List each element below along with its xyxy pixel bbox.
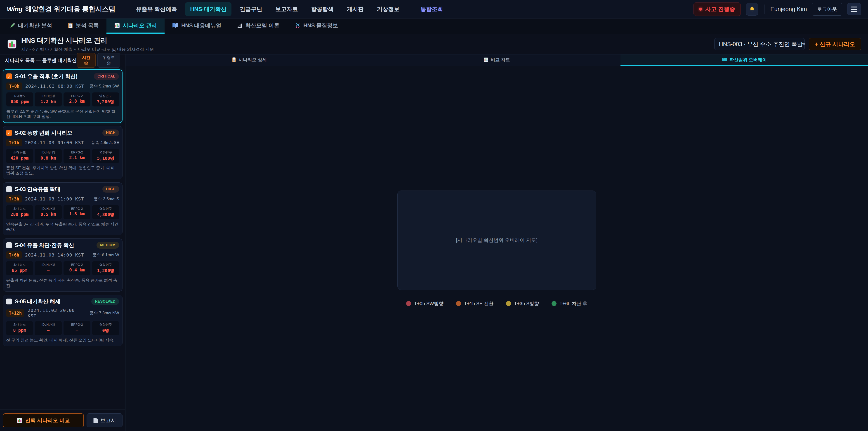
menu-item-board[interactable]: 게시판 <box>342 2 369 16</box>
page-title: HNS 대기확산 시나리오 관리 <box>21 36 154 45</box>
metric-idlh-radius: IDLH반경— <box>35 321 62 335</box>
metric-affected-population: 영향인구1,200명 <box>92 261 119 275</box>
tab-dispersion-overlay[interactable]: 확산범위 오버레이 <box>620 55 868 66</box>
main-panel: 시나리오 상세 비교 차트 확산범위 오버레이 [시나리오별 확산범위 오버레이… <box>125 55 868 431</box>
tab-hns-substance-info[interactable]: HNS 물질정보 <box>287 19 346 34</box>
dna-icon <box>295 23 301 29</box>
scenario-description: 톨루엔 2.5톤 순간 유출. SW 풍향으로 온산 산업단지 방향 확산. I… <box>6 109 119 120</box>
scenario-description: 전 구역 안전 농도 확인. 대피 해제. 잔류 오염 모니터링 지속. <box>6 338 119 343</box>
divider <box>410 4 410 14</box>
scenario-card-s05[interactable]: S-05 대기확산 해제 RESOLVED T+12h 2024.11.03 2… <box>3 295 123 346</box>
chevron-down-icon <box>803 41 805 47</box>
scenario-checkbox[interactable] <box>6 73 12 79</box>
pencil-icon <box>9 23 16 29</box>
menu-item-emergency-rescue[interactable]: 긴급구난 <box>235 2 267 16</box>
wind-info: 풍속 6.1m/s W <box>93 252 119 258</box>
tab-comparison-chart[interactable]: 비교 차트 <box>373 55 620 66</box>
new-scenario-button[interactable]: + 신규 시나리오 <box>809 38 862 50</box>
user-name: Eunjeong Kim <box>770 6 807 13</box>
metric-erpg2: ERPG-21.8 km <box>64 205 90 219</box>
clipboard-icon <box>68 23 73 29</box>
scenario-card-s02[interactable]: S-02 풍향 변화 시나리오 HIGH T+1h 2024.11.03 09:… <box>3 126 123 179</box>
scenario-datetime: 2024.11.03 11:00 KST <box>25 196 91 202</box>
sidebar-title: 시나리오 목록 — 톨루엔 대기확산 <box>5 57 76 63</box>
legend-item-t1: T+1h SE 전환 <box>456 300 493 307</box>
tab-label: 확산범위 오버레이 <box>730 57 767 63</box>
map-placeholder-text: [시나리오별 확산범위 오버레이 지도] <box>456 237 537 244</box>
scenario-title: S-02 풍향 변화 시나리오 <box>15 129 100 136</box>
sidebar-footer: 선택 시나리오 비교 보고서 <box>0 409 125 431</box>
hamburger-menu-button[interactable] <box>847 3 861 16</box>
clipboard-icon <box>232 57 236 62</box>
metric-idlh-radius: IDLH반경— <box>35 261 62 275</box>
legend-dot-icon <box>552 301 557 306</box>
metric-affected-population: 영향인구0명 <box>92 321 119 335</box>
tab-scenario-management[interactable]: 시나리오 관리 <box>106 19 164 34</box>
hamburger-menu-icon <box>851 6 857 7</box>
incident-dot-icon <box>699 8 702 11</box>
tab-dispersion-analysis[interactable]: 대기확산 분석 <box>2 19 60 34</box>
scenario-title: S-03 연속유출 확대 <box>15 186 100 193</box>
menu-item-hns-dispersion[interactable]: HNS·대기확산 <box>185 2 231 16</box>
menu-item-integrated-search[interactable]: 통합조회 <box>415 2 448 16</box>
tab-scenario-detail[interactable]: 시나리오 상세 <box>125 55 373 66</box>
scenario-description: 연속유출 3시간 경과. 누적 유출량 증가. 풍속 감소로 체류 시간 증가. <box>6 222 119 232</box>
page-subtitle: 시간·조건별 대기확산 예측 시나리오 비교·검토 및 대응 의사결정 지원 <box>21 47 154 53</box>
incident-status-label: 사고 진행중 <box>705 5 735 13</box>
dispersion-overlay-map[interactable]: [시나리오별 확산범위 오버레이 지도] <box>397 190 596 290</box>
app-title: 해양환경 위기대응 통합시스템 <box>25 4 115 14</box>
overlay-legend: T+0h SW방향 T+1h SE 전환 T+3h S방향 T+6h 차단 후 <box>406 300 587 307</box>
legend-item-t6: T+6h 차단 후 <box>552 300 587 307</box>
scenario-card-s03[interactable]: S-03 연속유출 확대 HIGH T+3h 2024.11.03 11:00 … <box>3 182 123 236</box>
bell-icon <box>749 6 755 13</box>
app-logo: Wing 해양환경 위기대응 통합시스템 <box>7 4 115 14</box>
scenario-card-s01[interactable]: S-01 유출 직후 (초기 확산) CRITICAL T+0h 2024.11… <box>3 69 123 123</box>
legend-item-t3: T+3h S방향 <box>506 300 539 307</box>
menu-item-reports[interactable]: 보고자료 <box>270 2 303 16</box>
metric-erpg2: ERPG-20.4 km <box>64 261 90 275</box>
metric-idlh-radius: IDLH반경0.5 km <box>35 205 62 219</box>
scenario-select-dropdown[interactable]: HNS-003 · 부산 수소 추진연 폭발 <box>714 38 805 50</box>
compare-button-label: 선택 시나리오 비교 <box>25 417 70 424</box>
tab-hns-manual[interactable]: HNS 대응매뉴얼 <box>164 19 229 34</box>
book-icon <box>172 23 179 28</box>
main-menu: 유출유 확산예측 HNS·대기확산 긴급구난 보고자료 항공탐색 게시판 기상정… <box>131 2 448 16</box>
legend-dot-icon <box>506 301 511 306</box>
tab-label: 대기확산 분석 <box>18 22 52 29</box>
scenario-checkbox[interactable] <box>6 299 12 304</box>
metric-erpg2: ERPG-22.1 km <box>64 149 90 163</box>
scenario-checkbox[interactable] <box>6 130 12 136</box>
scenario-sidebar: 시나리오 목록 — 톨루엔 대기확산 시간순 위험도순 S-01 유출 직후 (… <box>0 55 125 431</box>
divider <box>123 4 123 14</box>
compare-scenarios-button[interactable]: 선택 시나리오 비교 <box>3 413 84 427</box>
sort-by-risk-button[interactable]: 위험도순 <box>97 53 120 68</box>
scenario-card-list: S-01 유출 직후 (초기 확산) CRITICAL T+0h 2024.11… <box>0 66 125 349</box>
report-button[interactable]: 보고서 <box>87 413 123 427</box>
wind-info: 풍속 3.5m/s S <box>94 196 119 202</box>
scenario-checkbox[interactable] <box>6 186 12 192</box>
tab-analysis-list[interactable]: 분석 목록 <box>60 19 107 34</box>
notification-bell-button[interactable] <box>746 3 758 16</box>
wind-info: 풍속 5.2m/s SW <box>90 83 119 89</box>
divider <box>764 4 765 14</box>
menu-item-weather[interactable]: 기상정보 <box>372 2 404 16</box>
scenario-datetime: 2024.11.03 14:00 KST <box>25 252 90 258</box>
sort-by-time-button[interactable]: 시간순 <box>76 53 95 68</box>
scenario-card-s04[interactable]: S-04 유출 차단·잔류 확산 MEDIUM T+6h 2024.11.03 … <box>3 239 123 291</box>
top-navbar: Wing 해양환경 위기대응 통합시스템 유출유 확산예측 HNS·대기확산 긴… <box>0 0 868 19</box>
menu-item-oil-spill[interactable]: 유출유 확산예측 <box>131 2 182 16</box>
bar-chart-icon <box>114 23 120 29</box>
bar-chart-icon <box>17 418 23 423</box>
time-offset-chip: T+12h <box>6 309 24 317</box>
logout-button[interactable]: 로그아웃 <box>812 3 842 16</box>
legend-item-t0: T+0h SW방향 <box>406 300 443 307</box>
metric-max-concentration: 최대농도420 ppm <box>6 149 33 163</box>
scenario-datetime: 2024.11.03 20:00 KST <box>28 308 87 318</box>
tab-label: 확산모델 이론 <box>245 22 279 29</box>
scenario-title: S-04 유출 차단·잔류 확산 <box>15 242 94 249</box>
scenario-checkbox[interactable] <box>6 242 12 248</box>
document-icon <box>93 418 98 423</box>
menu-item-aerial-search[interactable]: 항공탐색 <box>306 2 339 16</box>
bar-chart-icon <box>7 39 17 49</box>
tab-dispersion-model-theory[interactable]: 확산모델 이론 <box>229 19 287 34</box>
